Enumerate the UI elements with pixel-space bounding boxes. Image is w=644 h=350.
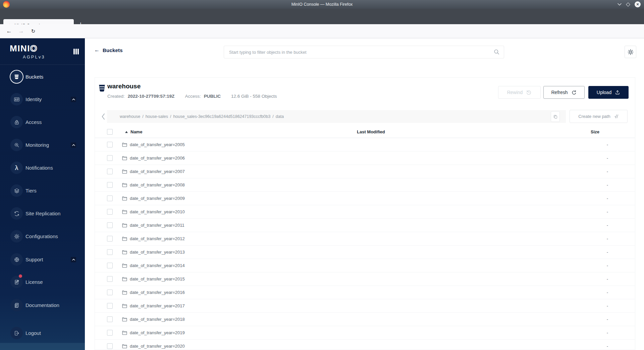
row-checkbox[interactable] bbox=[107, 209, 113, 215]
chevron-up-icon[interactable] bbox=[71, 97, 76, 102]
row-checkbox[interactable] bbox=[107, 276, 113, 282]
sidebar-item-documentation[interactable]: Documentation bbox=[0, 297, 85, 313]
sidebar-item-notifications[interactable]: λNotifications bbox=[0, 160, 85, 176]
table-row[interactable]: date_of_transfer_year=2006- bbox=[95, 151, 635, 165]
object-size: - bbox=[607, 313, 608, 326]
sidebar-item-identity[interactable]: Identity bbox=[0, 91, 85, 107]
path-back-chevron[interactable] bbox=[99, 111, 107, 123]
object-size: - bbox=[607, 326, 608, 340]
row-checkbox[interactable] bbox=[107, 169, 113, 174]
row-checkbox[interactable] bbox=[107, 249, 113, 255]
sidebar-item-label: Logout bbox=[25, 325, 41, 341]
sidebar-item-label: Identity bbox=[25, 91, 42, 107]
object-size: - bbox=[607, 151, 608, 165]
table-row[interactable]: date_of_transfer_year=2016- bbox=[95, 286, 635, 299]
bucket-browser-card: warehouse Created: 2022-10-27T09:57:19Z … bbox=[95, 77, 635, 350]
table-row[interactable]: date_of_transfer_year=2011- bbox=[95, 219, 635, 232]
browser-window: MinIO Console — Mozilla Firefox × MinIO … bbox=[0, 0, 644, 350]
search-input[interactable] bbox=[224, 46, 504, 58]
object-name: date_of_transfer_year=2014 bbox=[130, 259, 185, 272]
table-row[interactable]: date_of_transfer_year=2008- bbox=[95, 178, 635, 192]
sidebar-item-access[interactable]: Access bbox=[0, 114, 85, 130]
object-size: - bbox=[607, 205, 608, 219]
object-name: date_of_transfer_year=2013 bbox=[130, 246, 185, 259]
sidebar-item-monitoring[interactable]: Monitoring bbox=[0, 137, 85, 153]
row-checkbox[interactable] bbox=[107, 142, 113, 147]
sidebar-collapse-icon[interactable] bbox=[73, 49, 79, 54]
upload-button[interactable]: Upload bbox=[588, 86, 629, 99]
window-close-button[interactable]: × bbox=[635, 1, 641, 7]
breadcrumb: warehouse/house-sales/house_sales-3ec96c… bbox=[107, 110, 566, 123]
folder-icon bbox=[122, 249, 127, 255]
object-size: - bbox=[607, 299, 608, 313]
forward-button[interactable]: → bbox=[17, 24, 25, 38]
copy-path-button[interactable] bbox=[551, 111, 560, 122]
row-checkbox[interactable] bbox=[107, 343, 113, 349]
row-checkbox[interactable] bbox=[107, 182, 113, 188]
table-row[interactable]: date_of_transfer_year=2019- bbox=[95, 326, 635, 340]
back-to-buckets-link[interactable]: ← Buckets bbox=[94, 47, 123, 53]
object-size: - bbox=[607, 340, 608, 350]
table-row[interactable]: date_of_transfer_year=2018- bbox=[95, 313, 635, 326]
license-edition-label: AGPLv3 bbox=[23, 54, 45, 59]
table-row[interactable]: date_of_transfer_year=2009- bbox=[95, 192, 635, 205]
row-checkbox[interactable] bbox=[107, 155, 113, 161]
folder-icon bbox=[122, 182, 127, 188]
bucket-stats: 12.6 GiB - 558 Objects bbox=[231, 94, 277, 99]
table-header: Name Last Modified Size bbox=[95, 126, 635, 138]
row-checkbox[interactable] bbox=[107, 263, 113, 268]
table-row[interactable]: date_of_transfer_year=2010- bbox=[95, 205, 635, 219]
object-size: - bbox=[607, 178, 608, 192]
table-row[interactable]: date_of_transfer_year=2020- bbox=[95, 340, 635, 350]
sidebar-item-logout[interactable]: Logout bbox=[0, 325, 85, 341]
table-row[interactable]: date_of_transfer_year=2013- bbox=[95, 246, 635, 259]
sidebar-item-label: Notifications bbox=[25, 160, 53, 176]
table-row[interactable]: date_of_transfer_year=2007- bbox=[95, 165, 635, 178]
refresh-button[interactable]: Refresh bbox=[543, 86, 585, 99]
window-shade-icon[interactable] bbox=[618, 3, 622, 6]
table-row[interactable]: date_of_transfer_year=2017- bbox=[95, 299, 635, 313]
folder-icon bbox=[122, 195, 127, 201]
navigation-toolbar: ← → ↻ 217.160.222.211:31429/buckets/ware… bbox=[0, 24, 644, 38]
column-header-size: Size bbox=[591, 126, 599, 138]
chevron-up-icon[interactable] bbox=[71, 142, 76, 148]
chevron-up-icon[interactable] bbox=[71, 257, 76, 262]
folder-icon bbox=[122, 263, 127, 268]
row-checkbox[interactable] bbox=[107, 316, 113, 322]
back-button[interactable]: ← bbox=[5, 24, 13, 38]
table-row[interactable]: date_of_transfer_year=2012- bbox=[95, 232, 635, 246]
table-row[interactable]: date_of_transfer_year=2014- bbox=[95, 259, 635, 272]
sidebar-item-support[interactable]: Support bbox=[0, 252, 85, 268]
sidebar-item-label: Access bbox=[25, 114, 42, 130]
column-header-name[interactable]: Name bbox=[130, 126, 142, 138]
sidebar-item-site-replication[interactable]: Site Replication bbox=[0, 206, 85, 222]
bucket-settings-button[interactable] bbox=[625, 46, 636, 58]
reload-button[interactable]: ↻ bbox=[29, 24, 38, 38]
breadcrumb-segment[interactable]: house_sales-3ec96c19a6244d5186247193cccf… bbox=[173, 114, 271, 119]
row-checkbox[interactable] bbox=[107, 330, 113, 336]
row-checkbox[interactable] bbox=[107, 303, 113, 309]
breadcrumb-segment[interactable]: data bbox=[276, 114, 284, 119]
row-checkbox[interactable] bbox=[107, 290, 113, 295]
sidebar-item-configurations[interactable]: Configurations bbox=[0, 228, 85, 245]
sidebar-item-buckets[interactable]: Buckets bbox=[0, 69, 85, 85]
logout-icon bbox=[10, 327, 23, 339]
new-path-icon bbox=[614, 114, 619, 119]
breadcrumb-segment[interactable]: house-sales bbox=[146, 114, 168, 119]
window-maximize-button[interactable] bbox=[626, 2, 630, 7]
row-checkbox[interactable] bbox=[107, 222, 113, 228]
table-row[interactable]: date_of_transfer_year=2005- bbox=[95, 138, 635, 151]
select-all-checkbox[interactable] bbox=[107, 129, 113, 135]
object-name: date_of_transfer_year=2020 bbox=[130, 340, 185, 350]
breadcrumb-segment[interactable]: warehouse bbox=[120, 114, 140, 119]
object-name: date_of_transfer_year=2019 bbox=[130, 326, 185, 340]
sidebar-item-license[interactable]: License bbox=[0, 274, 85, 290]
table-row[interactable]: date_of_transfer_year=2015- bbox=[95, 272, 635, 286]
row-checkbox[interactable] bbox=[107, 236, 113, 242]
create-new-path-button[interactable]: Create new path bbox=[570, 110, 628, 123]
sidebar-bottom-decoration bbox=[0, 343, 85, 350]
row-checkbox[interactable] bbox=[107, 195, 113, 201]
sidebar-item-tiers[interactable]: Tiers bbox=[0, 183, 85, 199]
rewind-button[interactable]: Rewind bbox=[498, 86, 541, 99]
minio-logo: MINIO bbox=[10, 43, 38, 54]
